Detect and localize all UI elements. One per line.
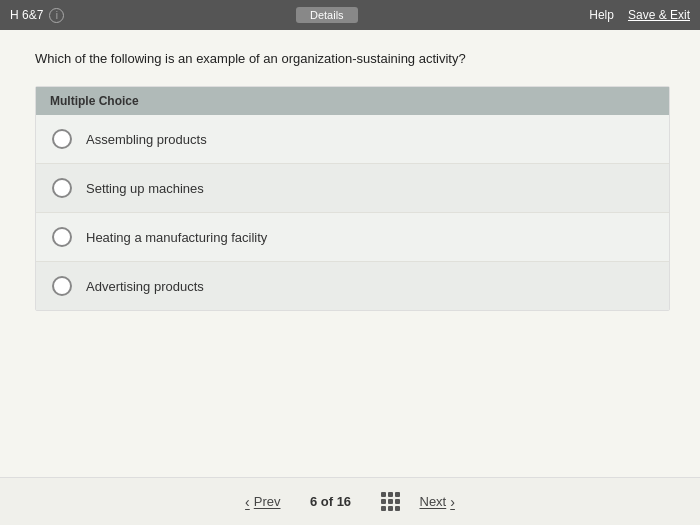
page-info: 6 of 16 [301,494,361,509]
next-label: Next [420,494,447,509]
radio-d[interactable] [52,276,72,296]
prev-button[interactable]: ‹ Prev [245,494,280,510]
option-text-b: Setting up machines [86,181,204,196]
question-panel: Multiple Choice Assembling products Sett… [35,86,670,311]
prev-arrow-icon: ‹ [245,494,250,510]
top-bar-right: Help Save & Exit [589,8,690,22]
multiple-choice-header: Multiple Choice [36,87,669,115]
module-label: H 6&7 [10,8,43,22]
top-bar-left: H 6&7 i [10,8,64,23]
radio-a[interactable] [52,129,72,149]
grid-dot-6 [395,499,400,504]
option-text-a: Assembling products [86,132,207,147]
grid-menu-icon[interactable] [381,492,400,511]
grid-dot-8 [388,506,393,511]
answer-option-a[interactable]: Assembling products [36,115,669,164]
option-text-c: Heating a manufacturing facility [86,230,267,245]
grid-dot-3 [395,492,400,497]
main-content: Which of the following is an example of … [0,30,700,490]
grid-dot-4 [381,499,386,504]
radio-b[interactable] [52,178,72,198]
next-button[interactable]: Next › [420,494,455,510]
grid-dot-2 [388,492,393,497]
save-exit-button[interactable]: Save & Exit [628,8,690,22]
grid-dot-7 [381,506,386,511]
answer-option-d[interactable]: Advertising products [36,262,669,310]
option-text-d: Advertising products [86,279,204,294]
next-arrow-icon: › [450,494,455,510]
top-bar-center: Details [64,7,589,23]
grid-dot-5 [388,499,393,504]
radio-c[interactable] [52,227,72,247]
answer-option-c[interactable]: Heating a manufacturing facility [36,213,669,262]
grid-dot-9 [395,506,400,511]
grid-dot-1 [381,492,386,497]
help-label: Help [589,8,614,22]
answer-option-b[interactable]: Setting up machines [36,164,669,213]
bottom-nav: ‹ Prev 6 of 16 Next › [0,477,700,525]
info-icon[interactable]: i [49,8,64,23]
prev-label: Prev [254,494,281,509]
question-text: Which of the following is an example of … [35,50,670,68]
details-button[interactable]: Details [296,7,358,23]
top-bar: H 6&7 i Details Help Save & Exit [0,0,700,30]
